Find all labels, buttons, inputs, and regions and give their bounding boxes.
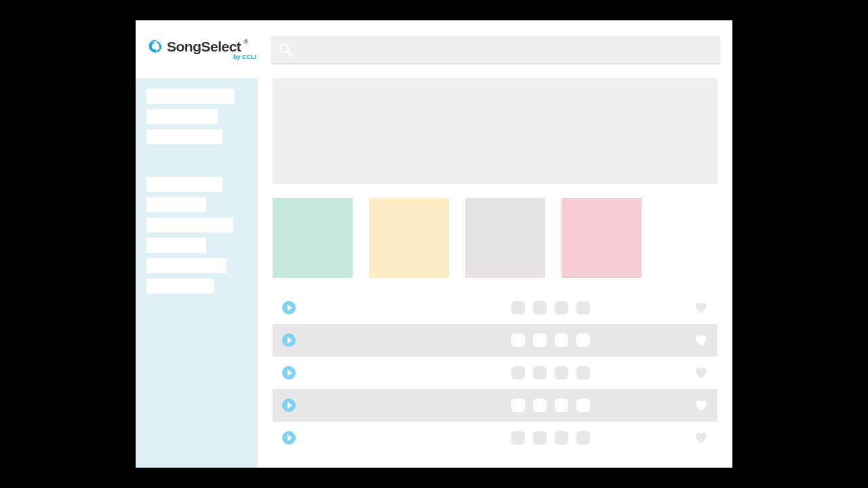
- brand-subtitle: by CCLI: [233, 54, 256, 60]
- card-row: [273, 198, 717, 278]
- track-list: [273, 291, 717, 454]
- play-button[interactable]: [282, 333, 296, 347]
- brand-mark-icon: [148, 39, 163, 54]
- sidebar-item[interactable]: [146, 238, 206, 253]
- favorite-icon[interactable]: [694, 432, 708, 444]
- track-action-chip[interactable]: [533, 431, 547, 445]
- track-actions: [511, 431, 590, 445]
- track-action-chip[interactable]: [555, 333, 568, 347]
- app-window: SongSelect ® by CCLI: [136, 20, 732, 468]
- sidebar-separator: [146, 150, 247, 171]
- play-icon: [288, 337, 292, 344]
- play-button[interactable]: [282, 366, 296, 380]
- svg-line-1: [288, 51, 292, 55]
- track-row[interactable]: [273, 291, 717, 324]
- sidebar-item[interactable]: [146, 89, 235, 104]
- content-card[interactable]: [465, 198, 545, 278]
- sidebar-item[interactable]: [146, 177, 222, 192]
- content-card[interactable]: [369, 198, 449, 278]
- content-card[interactable]: [273, 198, 353, 278]
- play-icon: [288, 369, 292, 376]
- track-action-chip[interactable]: [555, 366, 568, 380]
- brand-name: SongSelect: [167, 39, 241, 55]
- track-row[interactable]: [273, 357, 717, 389]
- body: [136, 78, 732, 468]
- track-action-chip[interactable]: [576, 399, 590, 412]
- track-actions: [511, 399, 590, 412]
- track-actions: [511, 366, 590, 380]
- track-action-chip[interactable]: [576, 431, 590, 445]
- sidebar: [136, 78, 258, 468]
- track-action-chip[interactable]: [576, 333, 590, 347]
- track-row[interactable]: [273, 324, 717, 357]
- play-button[interactable]: [282, 399, 296, 412]
- play-icon: [288, 402, 292, 409]
- track-action-chip[interactable]: [511, 333, 525, 347]
- track-actions: [511, 301, 590, 314]
- play-button[interactable]: [282, 301, 296, 314]
- header: SongSelect ® by CCLI: [136, 20, 732, 78]
- track-action-chip[interactable]: [511, 366, 525, 380]
- search-input[interactable]: [293, 44, 713, 55]
- play-button[interactable]: [282, 431, 296, 445]
- track-action-chip[interactable]: [511, 431, 525, 445]
- play-icon: [288, 304, 292, 311]
- track-action-chip[interactable]: [576, 366, 590, 380]
- track-action-chip[interactable]: [533, 301, 547, 314]
- track-row[interactable]: [273, 422, 717, 454]
- track-action-chip[interactable]: [511, 399, 525, 412]
- track-action-chip[interactable]: [511, 301, 525, 314]
- sidebar-item[interactable]: [146, 109, 218, 124]
- track-actions: [511, 333, 590, 347]
- track-action-chip[interactable]: [576, 301, 590, 314]
- sidebar-item[interactable]: [146, 197, 206, 212]
- track-row[interactable]: [273, 389, 717, 422]
- sidebar-item[interactable]: [146, 279, 214, 293]
- main-content: [258, 78, 732, 468]
- favorite-icon[interactable]: [694, 367, 708, 379]
- track-action-chip[interactable]: [533, 399, 547, 412]
- play-icon: [288, 434, 292, 441]
- sidebar-item[interactable]: [146, 218, 233, 232]
- favorite-icon[interactable]: [694, 302, 708, 314]
- brand-logo[interactable]: SongSelect ® by CCLI: [148, 39, 256, 60]
- favorite-icon[interactable]: [694, 399, 708, 411]
- track-action-chip[interactable]: [533, 366, 547, 380]
- hero-banner[interactable]: [273, 78, 717, 184]
- search-bar[interactable]: [271, 36, 720, 63]
- sidebar-item[interactable]: [146, 258, 226, 273]
- brand-registered: ®: [243, 39, 248, 45]
- track-action-chip[interactable]: [533, 333, 547, 347]
- sidebar-item[interactable]: [146, 129, 222, 144]
- track-action-chip[interactable]: [555, 301, 568, 314]
- favorite-icon[interactable]: [694, 334, 708, 346]
- track-action-chip[interactable]: [555, 431, 568, 445]
- search-icon: [278, 42, 293, 57]
- content-card[interactable]: [561, 198, 642, 278]
- track-action-chip[interactable]: [555, 399, 568, 412]
